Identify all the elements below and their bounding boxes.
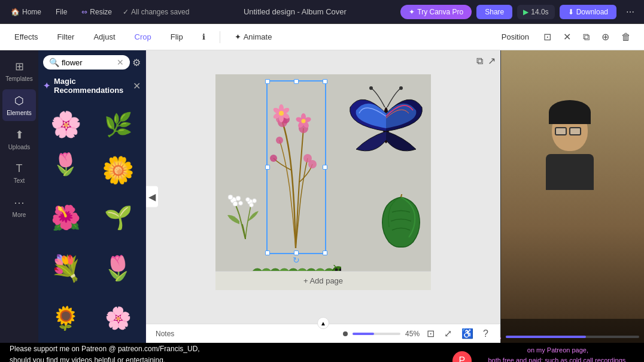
canvas-copy-button[interactable]: ⧉ xyxy=(476,55,483,67)
butterfly-element[interactable] xyxy=(344,83,428,155)
canvas-share-button[interactable]: ↗ xyxy=(488,55,496,67)
svg-point-1 xyxy=(369,86,373,90)
arrange-icon-button[interactable]: ⊡ xyxy=(540,29,555,45)
canvas-area: ⧉ ↗ ◀ xyxy=(146,50,500,343)
list-item[interactable]: 🌺 xyxy=(41,194,91,242)
play-icon: ▶ xyxy=(523,8,528,16)
adjust-button[interactable]: Adjust xyxy=(89,30,120,44)
overlay-text-left: Please support me on Patreon @ patreon.c… xyxy=(10,343,200,362)
list-item[interactable]: 🌻 xyxy=(41,294,91,342)
flip-button[interactable]: Flip xyxy=(166,30,188,44)
right-panel xyxy=(500,50,644,343)
timer-button[interactable]: ▶ 14.0s xyxy=(517,5,554,19)
delete-icon-button[interactable]: 🗑 xyxy=(618,29,634,45)
panel-header: ✦ Magic Recommendations ✕ xyxy=(38,74,145,99)
white-flowers-element[interactable] xyxy=(221,191,272,239)
zoom-level: 45% xyxy=(405,330,420,338)
lock-icon-button[interactable]: ✕ xyxy=(560,29,575,45)
share-button[interactable]: Share xyxy=(476,5,512,19)
home-button[interactable]: 🏠 Home xyxy=(5,5,47,19)
templates-icon: ⊞ xyxy=(15,60,24,73)
animate-icon: ✦ xyxy=(235,32,241,41)
design-title: Untitled design - Album Cover xyxy=(244,7,347,16)
sidebar-item-more[interactable]: ⋯ More xyxy=(2,191,36,223)
main-editor-area: ⊞ Templates ⬡ Elements ⬆ Uploads T Text … xyxy=(0,50,644,343)
resize-button[interactable]: ⇔ Resize xyxy=(75,5,118,19)
fullscreen-button[interactable]: ⤢ xyxy=(442,327,454,340)
webcam-view xyxy=(501,50,644,343)
canvas-wrapper: ↻ + Add page xyxy=(215,74,431,290)
file-button[interactable]: File xyxy=(50,5,73,19)
search-icon: 🔍 xyxy=(49,58,59,67)
toolbar-divider xyxy=(220,31,220,43)
more-options-button[interactable]: ⋯ xyxy=(621,4,639,20)
try-canva-pro-button[interactable]: ✦ Try Canva Pro xyxy=(400,5,472,19)
filter-button[interactable]: Filter xyxy=(53,30,80,44)
left-sidebar-icons: ⊞ Templates ⬡ Elements ⬆ Uploads T Text … xyxy=(0,50,38,343)
svg-point-9 xyxy=(270,155,277,162)
sidebar-item-templates[interactable]: ⊞ Templates xyxy=(2,55,36,87)
elements-panel: 🔍 ✕ ⚙ ✦ Magic Recommendations ✕ 🌸 🌿 🌷 🌼 … xyxy=(38,50,146,343)
download-button[interactable]: ⬇ Download xyxy=(560,5,616,19)
svg-point-23 xyxy=(302,119,306,123)
filter-options-button[interactable]: ⚙ xyxy=(132,57,141,68)
svg-point-25 xyxy=(236,196,241,201)
zoom-slider[interactable] xyxy=(353,333,400,335)
progress-fill xyxy=(506,336,586,338)
list-item[interactable]: 🌷 xyxy=(93,244,144,292)
clear-search-icon[interactable]: ✕ xyxy=(117,58,124,67)
fit-page-button[interactable]: ⊡ xyxy=(424,327,437,340)
animate-button[interactable]: ✦ Animate xyxy=(230,30,277,44)
resize-icon: ⇔ xyxy=(81,8,87,16)
sidebar-item-elements[interactable]: ⬡ Elements xyxy=(2,89,36,121)
more-icon: ⋯ xyxy=(14,196,25,209)
elements-icon: ⬡ xyxy=(14,94,24,107)
flower-bouquet-element[interactable] xyxy=(265,80,327,257)
list-item[interactable]: 🌸 xyxy=(93,294,144,342)
duplicate-icon-button[interactable]: ⊕ xyxy=(598,29,613,45)
panel-title: ✦ Magic Recommendations xyxy=(43,77,133,95)
notes-button[interactable]: Notes xyxy=(156,330,174,338)
top-navigation-bar: 🏠 Home File ⇔ Resize ✓ All changes saved… xyxy=(0,0,644,24)
sidebar-item-text[interactable]: T Text xyxy=(2,158,36,189)
list-item[interactable]: 🌼 xyxy=(93,149,144,191)
webcam-feed xyxy=(501,50,644,343)
progress-track[interactable] xyxy=(506,336,639,338)
list-item[interactable]: 🌸 xyxy=(41,102,91,147)
home-icon: 🏠 xyxy=(11,8,20,16)
svg-point-10 xyxy=(308,160,317,168)
list-item[interactable]: 🌿 xyxy=(93,102,144,147)
collapse-panel-button[interactable]: ◀ xyxy=(146,186,158,207)
svg-point-28 xyxy=(239,201,243,206)
zoom-controls: 45% ⊡ ⤢ ♿ ? xyxy=(343,327,491,340)
stream-overlay-bar: Please support me on Patreon @ patreon.c… xyxy=(0,343,644,362)
magic-star-icon: ✦ xyxy=(43,81,50,90)
position-button[interactable]: Position xyxy=(496,30,535,44)
search-box[interactable]: 🔍 ✕ xyxy=(43,55,130,70)
chrysalis-element[interactable] xyxy=(380,194,422,248)
zoom-fill xyxy=(353,333,374,335)
panel-close-button[interactable]: ✕ xyxy=(133,80,141,92)
panel-search-area: 🔍 ✕ ⚙ xyxy=(38,50,145,74)
crop-button[interactable]: Crop xyxy=(130,30,156,44)
info-button[interactable]: ℹ xyxy=(198,30,210,44)
svg-point-26 xyxy=(228,195,233,200)
star-icon: ✦ xyxy=(409,8,415,16)
add-page-button[interactable]: + Add page xyxy=(215,271,431,290)
copy-icon-button[interactable]: ⧉ xyxy=(579,29,593,45)
design-canvas[interactable]: ↻ xyxy=(215,74,431,290)
list-item[interactable]: 🌷 xyxy=(41,149,91,191)
help-button[interactable]: ? xyxy=(481,327,491,340)
effects-button[interactable]: Effects xyxy=(10,30,43,44)
svg-point-27 xyxy=(233,201,238,206)
check-icon: ✓ xyxy=(123,8,129,16)
accessibility-button[interactable]: ♿ xyxy=(459,327,476,340)
svg-point-2 xyxy=(399,86,403,90)
svg-point-30 xyxy=(253,199,257,203)
sidebar-item-uploads[interactable]: ⬆ Uploads xyxy=(2,123,36,155)
list-item[interactable]: 💐 xyxy=(41,244,91,292)
patreon-logo: P xyxy=(458,355,465,362)
list-item[interactable]: 🌱 xyxy=(93,194,144,242)
search-input[interactable] xyxy=(62,58,114,67)
collapse-bottom-button[interactable]: ▲ xyxy=(317,317,329,329)
